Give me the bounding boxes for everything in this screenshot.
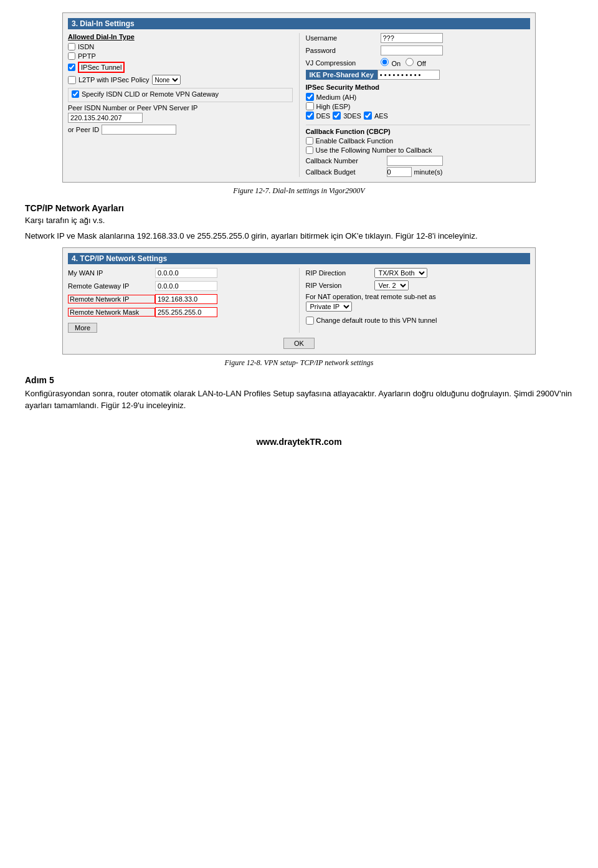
pptp-label: PPTP: [78, 52, 96, 60]
figure1-title: 3. Dial-In Settings: [68, 18, 530, 29]
rip-version-select[interactable]: Ver. 2: [374, 280, 409, 290]
medium-label: Medium (AH): [316, 93, 357, 101]
ike-row: IKE Pre-Shared Key: [306, 70, 531, 80]
callback-number-label: Callback Number: [306, 157, 387, 165]
aes-checkbox[interactable]: [364, 112, 372, 120]
password-label: Password: [306, 47, 381, 54]
callback-budget-label: Callback Budget: [306, 168, 387, 176]
remote-mask-row: Remote Network Mask: [68, 307, 293, 317]
figure2-box: 4. TCP/IP Network Settings My WAN IP Rem…: [62, 247, 536, 355]
private-ip-row: Private IP: [306, 302, 531, 314]
username-input[interactable]: [381, 33, 443, 43]
aes-label: AES: [374, 112, 388, 120]
my-wan-label: My WAN IP: [68, 269, 155, 277]
specify-row: Specify ISDN CLID or Remote VPN Gateway: [68, 88, 293, 102]
high-checkbox[interactable]: [306, 102, 314, 110]
isdn-checkbox[interactable]: [68, 43, 75, 50]
change-route-checkbox[interactable]: [306, 317, 314, 325]
l2tp-label: L2TP with IPSec Policy: [78, 76, 150, 83]
step5-heading: Adım 5: [25, 375, 573, 385]
pptp-checkbox[interactable]: [68, 52, 75, 60]
tcpip-right: RIP Direction TX/RX Both RIP Version Ver…: [299, 268, 531, 333]
remote-net-label: Remote Network IP: [68, 295, 155, 303]
remote-net-row: Remote Network IP: [68, 294, 293, 304]
remote-gw-label: Remote Gateway IP: [68, 282, 155, 290]
medium-row: Medium (AH): [306, 93, 531, 101]
password-row: Password: [306, 45, 531, 55]
ipsec-security-title: IPSec Security Method: [306, 83, 531, 91]
ipsec-row: IPSec Tunnel: [68, 62, 293, 73]
remote-gw-row: Remote Gateway IP: [68, 281, 293, 291]
l2tp-row: L2TP with IPSec Policy None: [68, 75, 293, 85]
ike-button[interactable]: IKE Pre-Shared Key: [306, 70, 377, 80]
more-button[interactable]: More: [68, 323, 97, 333]
callback-budget-row: Callback Budget minute(s): [306, 167, 531, 177]
vj-row: VJ Compression On Off: [306, 58, 531, 67]
vj-off-radio[interactable]: [406, 58, 414, 66]
peer-vpn-label: Peer ISDN Number or Peer VPN Server IP: [68, 104, 293, 112]
callback-section: Callback Function (CBCP) Enable Callback…: [306, 125, 531, 177]
figure1-box: 3. Dial-In Settings Allowed Dial-In Type…: [62, 12, 536, 183]
vj-on-label: On: [381, 58, 401, 67]
des3-label: 3DES: [343, 112, 361, 120]
specify-label: Specify ISDN CLID or Remote VPN Gateway: [82, 90, 219, 98]
rip-version-row: RIP Version Ver. 2: [306, 280, 531, 290]
allowed-type-label: Allowed Dial-In Type: [68, 33, 293, 41]
vj-on-radio[interactable]: [381, 58, 389, 66]
enable-callback-label: Enable Callback Function: [316, 137, 394, 145]
l2tp-checkbox[interactable]: [68, 76, 76, 84]
username-label: Username: [306, 34, 381, 42]
callback-title: Callback Function (CBCP): [306, 128, 531, 135]
l2tp-select[interactable]: None: [152, 75, 181, 85]
dial-in-left: Allowed Dial-In Type ISDN PPTP IPSec Tun…: [68, 33, 299, 177]
paragraph1: Network IP ve Mask alanlarına 192.168.33…: [25, 230, 573, 242]
remote-mask-label: Remote Network Mask: [68, 308, 155, 317]
high-label: High (ESP): [316, 103, 351, 110]
des3-checkbox[interactable]: [333, 112, 341, 120]
enable-callback-checkbox[interactable]: [306, 137, 313, 145]
my-wan-row: My WAN IP: [68, 268, 293, 278]
footer-website: www.draytekTR.com: [25, 437, 573, 447]
rip-direction-select[interactable]: TX/RX Both: [374, 268, 427, 278]
enable-callback-row: Enable Callback Function: [306, 137, 531, 145]
private-ip-select[interactable]: Private IP: [306, 302, 352, 312]
remote-net-input[interactable]: [155, 294, 217, 304]
change-route-label: Change default route to this VPN tunnel: [316, 317, 437, 324]
vj-radio-group: On Off: [381, 58, 426, 67]
ike-input[interactable]: [377, 70, 440, 80]
username-row: Username: [306, 33, 531, 43]
des-checkbox[interactable]: [306, 112, 314, 120]
ipsec-label: IPSec Tunnel: [78, 62, 125, 73]
or-peer-input[interactable]: [102, 125, 176, 135]
remote-mask-input[interactable]: [155, 307, 217, 317]
password-input[interactable]: [381, 45, 443, 55]
remote-gw-input[interactable]: [155, 281, 217, 291]
isdn-row: ISDN: [68, 43, 293, 50]
ipsec-security-section: IPSec Security Method Medium (AH) High (…: [306, 83, 531, 120]
medium-checkbox[interactable]: [306, 93, 314, 101]
des-label: DES: [316, 112, 331, 120]
figure2-title: 4. TCP/IP Network Settings: [68, 253, 530, 264]
peer-ip-row: [68, 113, 293, 123]
callback-number-input[interactable]: [387, 156, 443, 166]
change-route-row: Change default route to this VPN tunnel: [306, 317, 531, 325]
use-following-label: Use the Following Number to Callback: [316, 146, 432, 154]
callback-number-row: Callback Number: [306, 156, 531, 166]
minutes-label: minute(s): [414, 168, 443, 176]
step5-text: Konfigürasyondan sonra, router otomatik …: [25, 388, 573, 412]
tcpip-inner: My WAN IP Remote Gateway IP Remote Netwo…: [68, 268, 530, 333]
ok-button[interactable]: OK: [283, 338, 315, 349]
callback-budget-input[interactable]: [387, 167, 412, 177]
nat-label: For NAT operation, treat remote sub-net …: [306, 293, 531, 300]
vj-label: VJ Compression: [306, 59, 381, 67]
use-following-checkbox[interactable]: [306, 146, 313, 154]
ipsec-checkbox[interactable]: [68, 64, 75, 71]
specify-checkbox-row: Specify ISDN CLID or Remote VPN Gateway: [72, 90, 289, 98]
peer-ip-input[interactable]: [68, 113, 143, 123]
high-row: High (ESP): [306, 102, 531, 110]
my-wan-input[interactable]: [155, 268, 217, 278]
vj-off-label: Off: [406, 58, 426, 67]
figure1-caption: Figure 12-7. Dial-In settings in Vigor29…: [25, 186, 573, 196]
specify-checkbox[interactable]: [72, 90, 79, 98]
heading1: TCP/IP Network Ayarları: [25, 203, 573, 213]
